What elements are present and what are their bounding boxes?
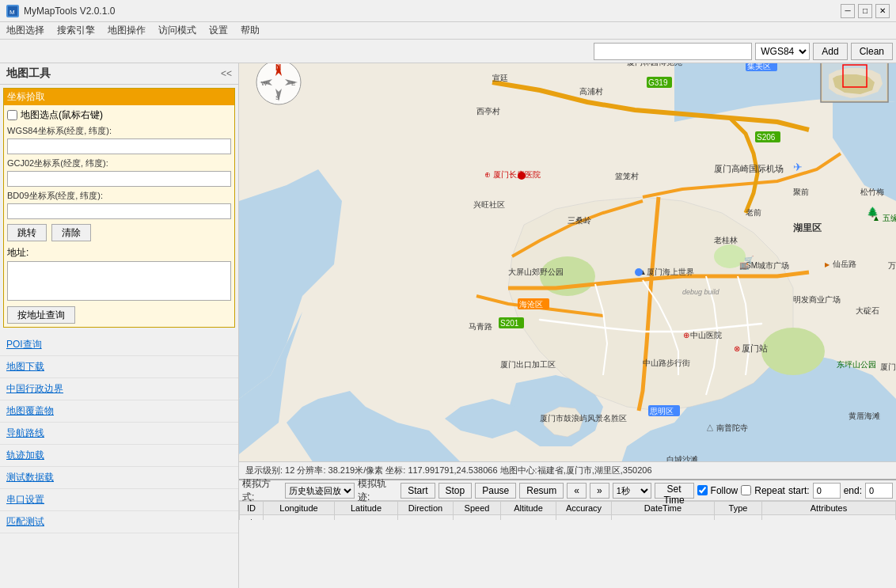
- gcj02-input[interactable]: [7, 171, 231, 187]
- address-textarea[interactable]: [7, 261, 231, 301]
- search-input[interactable]: [594, 43, 752, 60]
- jump-button[interactable]: 跳转: [7, 224, 47, 241]
- svg-text:聚前: 聚前: [793, 188, 809, 196]
- nav-match-test[interactable]: 匹配测试: [0, 511, 238, 533]
- svg-text:三桑岭: 三桑岭: [568, 216, 591, 225]
- collapse-button[interactable]: <<: [221, 68, 232, 79]
- table-header: ID Longitude Latitude Direction Speed Al…: [239, 501, 896, 520]
- map-svg: N S W E 0 2505 m 集美区 G319: [239, 63, 896, 461]
- resume-button[interactable]: Resum: [519, 483, 564, 499]
- start-field-input[interactable]: [813, 483, 841, 499]
- main-area: 地图工具 << 坐标拾取 地图选点(鼠标右键) WGS84坐标系(经度, 纬度)…: [0, 63, 896, 588]
- svg-text:明发商业广场: 明发商业广场: [793, 295, 841, 304]
- col-speed: Speed: [454, 502, 501, 515]
- next-button[interactable]: »: [590, 483, 609, 499]
- svg-text:S: S: [275, 94, 279, 101]
- svg-text:兴旺社区: 兴旺社区: [473, 200, 505, 209]
- col-datetime: DateTime: [612, 502, 715, 515]
- wgs84-input[interactable]: [7, 138, 231, 154]
- follow-checkbox[interactable]: [697, 485, 708, 495]
- nav-poi-query[interactable]: POI查询: [0, 334, 238, 356]
- svg-text:N: N: [275, 63, 281, 72]
- svg-text:厦门海上世界: 厦门海上世界: [647, 267, 694, 276]
- nav-test-data[interactable]: 测试数据载: [0, 467, 238, 489]
- svg-text:⊗: ⊗: [734, 344, 740, 353]
- svg-text:厦门站: 厦门站: [742, 343, 768, 353]
- clean-button[interactable]: Clean: [851, 43, 893, 60]
- start-field-label: start:: [788, 485, 810, 496]
- svg-text:海沧区: 海沧区: [519, 300, 543, 309]
- maximize-button[interactable]: □: [858, 4, 872, 18]
- close-button[interactable]: ✕: [875, 4, 890, 18]
- panel-title: 地图工具: [6, 66, 51, 81]
- repeat-label: Repeat: [754, 485, 785, 496]
- menu-search-engine[interactable]: 搜索引擎: [51, 22, 101, 40]
- app-title: MyMapTools V2.0.1.0: [24, 6, 841, 17]
- toolbar: WGS84 GCJ02 BD09 Add Clean: [0, 40, 896, 63]
- nav-china-boundary[interactable]: 中国行政边界: [0, 378, 238, 400]
- nav-map-download[interactable]: 地图下载: [0, 356, 238, 378]
- map-select-checkbox[interactable]: [7, 110, 17, 120]
- nav-map-overlay[interactable]: 地图覆盖物: [0, 400, 238, 423]
- bd09-input[interactable]: [7, 203, 231, 219]
- svg-text:S201: S201: [500, 319, 519, 328]
- svg-text:东坪山公园: 东坪山公园: [837, 360, 876, 369]
- repeat-checkbox[interactable]: [741, 485, 751, 495]
- follow-label: Follow: [711, 485, 738, 496]
- map-area: N S W E 0 2505 m 集美区 G319: [239, 63, 896, 588]
- map-select-checkbox-row: 地图选点(鼠标右键): [7, 108, 231, 122]
- svg-text:W: W: [261, 80, 268, 87]
- svg-text:老前: 老前: [746, 208, 761, 217]
- menu-map-select[interactable]: 地图选择: [0, 22, 51, 40]
- svg-text:老桂林: 老桂林: [714, 236, 738, 245]
- clear-button[interactable]: 清除: [51, 224, 91, 241]
- svg-text:🌲: 🌲: [867, 206, 879, 218]
- svg-point-62: [635, 268, 643, 276]
- add-button[interactable]: Add: [813, 43, 847, 60]
- svg-text:▶: ▶: [825, 261, 830, 268]
- set-time-button[interactable]: Set Time: [655, 483, 694, 499]
- col-altitude: Altitude: [501, 502, 556, 515]
- svg-text:debug build: debug build: [682, 288, 720, 296]
- map-select-label: 地图选点(鼠标右键): [21, 108, 103, 122]
- map-container[interactable]: N S W E 0 2505 m 集美区 G319: [239, 63, 896, 461]
- mode-select[interactable]: 历史轨迹回放 实时轨迹 模拟轨迹: [285, 483, 355, 499]
- gcj02-label: GCJ02坐标系(经度, 纬度):: [7, 157, 231, 169]
- svg-text:E: E: [291, 80, 295, 87]
- panel-header: 地图工具 <<: [0, 63, 238, 85]
- menu-map-operation[interactable]: 地图操作: [101, 22, 152, 40]
- section-title: 坐标拾取: [4, 89, 234, 105]
- svg-text:黄厝海滩: 黄厝海滩: [849, 412, 880, 420]
- start-button[interactable]: Start: [401, 483, 435, 499]
- pause-button[interactable]: Pause: [475, 483, 516, 499]
- prev-button[interactable]: «: [567, 483, 587, 499]
- playback-controls: Start Stop Pause Resum « » 0.5秒 1秒 2秒 5秒…: [401, 483, 893, 499]
- svg-text:集美区: 集美区: [747, 63, 771, 70]
- speed-select[interactable]: 0.5秒 1秒 2秒 5秒: [613, 483, 651, 499]
- coordinate-section: 坐标拾取 地图选点(鼠标右键) WGS84坐标系(经度, 纬度): GCJ02坐…: [3, 88, 235, 328]
- minimize-button[interactable]: ─: [841, 4, 855, 18]
- svg-text:中山路步行街: 中山路步行街: [643, 358, 690, 367]
- svg-text:⊕: ⊕: [683, 331, 689, 340]
- nav-navigation[interactable]: 导航路线: [0, 423, 238, 445]
- menu-access-mode[interactable]: 访问模式: [152, 22, 203, 40]
- svg-text:篮笼村: 篮笼村: [615, 172, 639, 180]
- menu-settings[interactable]: 设置: [203, 22, 234, 40]
- svg-text:厦门林园博览苑: 厦门林园博览苑: [627, 63, 682, 66]
- svg-point-61: [518, 172, 526, 180]
- menu-help[interactable]: 帮助: [234, 22, 266, 40]
- coord-system-select[interactable]: WGS84 GCJ02 BD09: [755, 43, 810, 60]
- end-field-input[interactable]: [865, 483, 893, 499]
- nav-track-load[interactable]: 轨迹加载: [0, 445, 238, 467]
- stop-button[interactable]: Stop: [439, 483, 473, 499]
- address-query-button[interactable]: 按地址查询: [7, 306, 75, 324]
- svg-text:马青路: 马青路: [469, 322, 492, 331]
- nav-serial-port[interactable]: 串口设置: [0, 489, 238, 511]
- bottom-panel: 模拟方式: 历史轨迹回放 实时轨迹 模拟轨迹 模拟轨迹: Start Stop …: [239, 479, 896, 588]
- col-accuracy: Accuracy: [556, 502, 612, 515]
- window-controls: ─ □ ✕: [841, 4, 890, 18]
- end-field-label: end:: [844, 485, 862, 496]
- bd09-label: BD09坐标系(经度, 纬度):: [7, 190, 231, 202]
- mode-label: 模拟方式:: [242, 477, 282, 504]
- track-label: 模拟轨迹:: [358, 477, 397, 504]
